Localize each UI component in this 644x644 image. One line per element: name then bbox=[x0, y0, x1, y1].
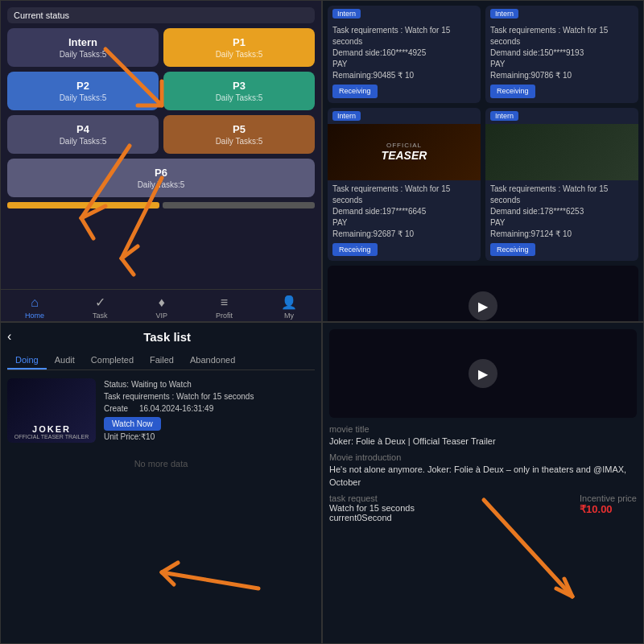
card-p1[interactable]: P1 Daily Tasks:5 bbox=[163, 28, 315, 67]
card-p5-tasks: Daily Tasks:5 bbox=[170, 137, 308, 146]
nav-profit[interactable]: ≡ Profit bbox=[216, 295, 233, 320]
detail-play-button[interactable]: ▶ bbox=[469, 359, 497, 388]
vip-icon: ♦ bbox=[159, 295, 165, 310]
task-card-4[interactable]: Intern Task requirements : Watch for 15 … bbox=[485, 108, 638, 262]
nav-task[interactable]: ✓ Task bbox=[93, 295, 108, 320]
tab-abandoned[interactable]: Abandoned bbox=[182, 352, 243, 369]
arrow-watch-now bbox=[1, 323, 323, 644]
card-p2-tasks: Daily Tasks:5 bbox=[14, 93, 152, 102]
badge-intern-2: Intern bbox=[490, 9, 518, 19]
receiving-badge-1: Receiving bbox=[332, 85, 378, 98]
movie-title-value: Joker: Folie à Deux | Official Teaser Tr… bbox=[329, 436, 637, 448]
incentive-price-label: Incentive price bbox=[580, 493, 637, 503]
task-request-value: Watch for 15 seconds bbox=[329, 503, 415, 513]
task-text-4: Task requirements : Watch for 15 seconds bbox=[490, 184, 608, 204]
img-placeholder bbox=[485, 124, 638, 180]
teaser-label: OFFICIAL bbox=[386, 142, 422, 149]
unit-price: Unit Price:₹10 bbox=[104, 431, 315, 443]
remaining-1: Remaining:90485 ₹ 10 bbox=[332, 71, 414, 80]
task-card-1[interactable]: Intern Task requirements : Watch for 15 … bbox=[328, 6, 481, 103]
badge-intern-4: Intern bbox=[490, 111, 518, 121]
remaining-4: Remaining:97124 ₹ 10 bbox=[490, 229, 572, 238]
card-p6[interactable]: P6 Daily Tasks:5 bbox=[7, 159, 315, 197]
big-video-thumb[interactable]: ▶ bbox=[328, 266, 638, 322]
movie-detail-panel: ▶ movie title Joker: Folie à Deux | Offi… bbox=[322, 322, 644, 644]
nav-my-label: My bbox=[284, 312, 294, 320]
pay-2: PAY bbox=[490, 60, 506, 68]
nav-profit-label: Profit bbox=[216, 312, 233, 320]
card-p1-label: P1 bbox=[170, 36, 308, 48]
no-more-data: No more data bbox=[7, 459, 315, 469]
task-request-label: task request bbox=[329, 493, 415, 503]
task-text-2: Task requirements : Watch for 15 seconds bbox=[490, 26, 608, 46]
nav-home[interactable]: ⌂ Home bbox=[25, 295, 44, 320]
demand-1: Demand side:160****4925 bbox=[332, 48, 426, 57]
card-p6-label: P6 bbox=[14, 167, 308, 179]
task-status-text: Status: Waiting to Watch bbox=[104, 378, 315, 390]
card-intern[interactable]: Intern Daily Tasks:5 bbox=[7, 28, 159, 67]
tab-audit[interactable]: Audit bbox=[47, 352, 83, 369]
nav-vip-label: VIP bbox=[155, 312, 167, 320]
tasklist-title: Task list bbox=[19, 330, 315, 344]
badge-intern-1: Intern bbox=[332, 9, 361, 19]
receiving-badge-4: Receiving bbox=[490, 243, 535, 257]
receiving-badge-2: Receiving bbox=[490, 85, 535, 98]
task-img-3: OFFICIAL TEASER bbox=[328, 124, 481, 180]
tasklist-header: ‹ Task list bbox=[7, 329, 315, 344]
tab-completed[interactable]: Completed bbox=[83, 352, 142, 369]
task-card-1-header: Intern bbox=[328, 6, 481, 22]
task-create-date: 16.04.2024-16:31:49 bbox=[139, 404, 213, 413]
joker-image: JOKER OFFICIAL TEASER TRAILER bbox=[7, 378, 96, 443]
tab-doing[interactable]: Doing bbox=[7, 352, 47, 369]
pay-1: PAY bbox=[332, 60, 348, 68]
task-request-col: task request Watch for 15 seconds curren… bbox=[329, 493, 415, 522]
card-intern-tasks: Daily Tasks:5 bbox=[14, 50, 152, 59]
tab-failed[interactable]: Failed bbox=[142, 352, 182, 369]
task-text-3: Task requirements : Watch for 15 seconds bbox=[332, 184, 450, 204]
task-icon: ✓ bbox=[95, 295, 105, 310]
teaser-main-text: TEASER bbox=[382, 149, 427, 162]
card-p1-tasks: Daily Tasks:5 bbox=[170, 50, 308, 59]
card-p5[interactable]: P5 Daily Tasks:5 bbox=[163, 115, 315, 154]
card-p6-row: P6 Daily Tasks:5 bbox=[7, 159, 315, 197]
task-card-3[interactable]: Intern OFFICIAL TEASER Task requirements… bbox=[328, 108, 481, 262]
incentive-price-value: ₹10.00 bbox=[580, 503, 637, 515]
card-p4-tasks: Daily Tasks:5 bbox=[14, 137, 152, 146]
back-button[interactable]: ‹ bbox=[7, 329, 11, 344]
watch-now-button[interactable]: Watch Now bbox=[104, 417, 161, 431]
remaining-2: Remaining:90786 ₹ 10 bbox=[490, 71, 572, 80]
card-p5-label: P5 bbox=[170, 123, 308, 135]
task-list-item: JOKER OFFICIAL TEASER TRAILER Status: Wa… bbox=[7, 378, 315, 443]
task-create-row: Create 16.04.2024-16:31:49 bbox=[104, 402, 315, 415]
movie-detail-video[interactable]: ▶ bbox=[329, 329, 637, 418]
card-p2[interactable]: P2 Daily Tasks:5 bbox=[7, 72, 159, 110]
card-p3[interactable]: P3 Daily Tasks:5 bbox=[163, 72, 315, 110]
task-card-4-body: Task requirements : Watch for 15 seconds… bbox=[485, 180, 638, 262]
task-req-text: Task requirements : Watch for 15 seconds bbox=[104, 390, 315, 402]
incentive-col: Incentive price ₹10.00 bbox=[580, 493, 637, 522]
task-card-2[interactable]: Intern Task requirements : Watch for 15 … bbox=[485, 6, 638, 103]
task-list-panel: ‹ Task list Doing Audit Completed Failed… bbox=[0, 322, 322, 644]
joker-movie-title: JOKER bbox=[32, 424, 71, 434]
task-create-label: Create bbox=[104, 404, 128, 413]
bottom-nav: ⌂ Home ✓ Task ♦ VIP ≡ Profit 👤 My bbox=[1, 289, 321, 321]
demand-3: Demand side:197****6645 bbox=[332, 207, 426, 216]
nav-task-label: Task bbox=[93, 312, 108, 320]
card-p6-tasks: Daily Tasks:5 bbox=[14, 180, 308, 189]
task-card-1-body: Task requirements : Watch for 15 seconds… bbox=[328, 22, 481, 103]
task-cards-panel: Intern Task requirements : Watch for 15 … bbox=[322, 0, 644, 322]
task-incentive-row: task request Watch for 15 seconds curren… bbox=[329, 493, 637, 522]
teaser-box: OFFICIAL TEASER bbox=[328, 124, 481, 180]
card-p4-label: P4 bbox=[14, 123, 152, 135]
current-status-bar: Current status bbox=[7, 7, 315, 23]
play-button[interactable]: ▶ bbox=[469, 291, 497, 320]
nav-vip[interactable]: ♦ VIP bbox=[155, 295, 167, 320]
remaining-3: Remaining:92687 ₹ 10 bbox=[332, 229, 414, 238]
pay-4: PAY bbox=[490, 218, 506, 227]
progress-intern bbox=[7, 202, 159, 208]
nav-my[interactable]: 👤 My bbox=[281, 295, 297, 320]
current-status-label: Current status bbox=[14, 10, 69, 20]
my-icon: 👤 bbox=[281, 295, 297, 310]
card-p4[interactable]: P4 Daily Tasks:5 bbox=[7, 115, 159, 154]
task-thumbnail: JOKER OFFICIAL TEASER TRAILER bbox=[7, 378, 96, 443]
